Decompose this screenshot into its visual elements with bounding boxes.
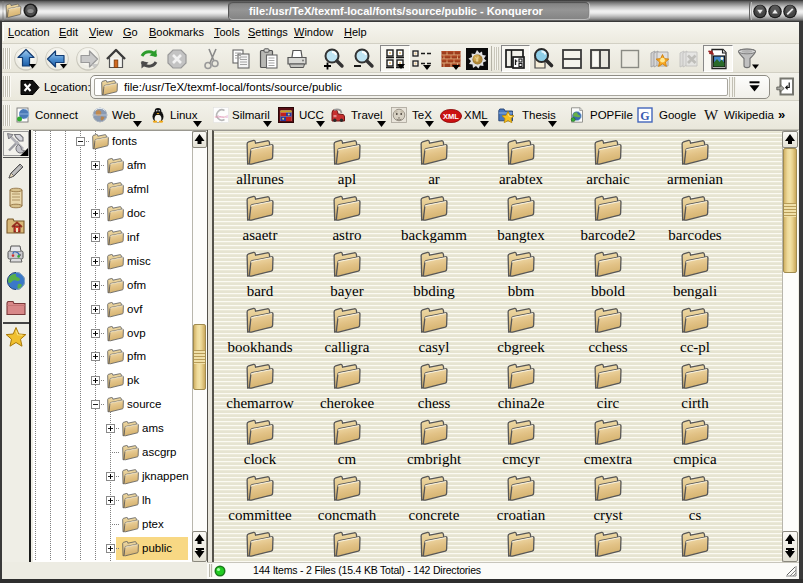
svg-text:silmaril: silmaril [215,114,228,119]
svg-text:G: G [640,109,649,123]
svg-text:W: W [704,107,719,123]
svg-text:XML: XML [443,112,459,121]
